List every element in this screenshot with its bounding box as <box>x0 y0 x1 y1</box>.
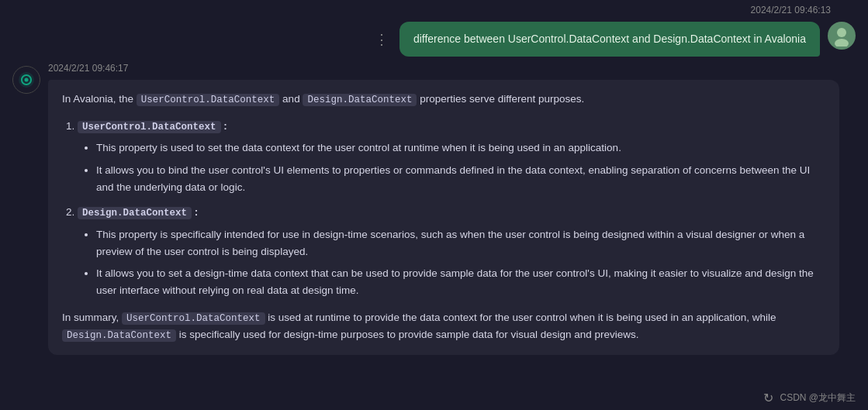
ai-message-row: 2024/2/21 09:46:17 In Avalonia, the User… <box>0 60 868 388</box>
intro-text-3: properties serve different purposes. <box>417 93 584 105</box>
list-item-1: UserControl.DataContext : This property … <box>78 118 825 196</box>
section1-bullet-1: This property is used to set the data co… <box>96 140 825 157</box>
list-item-2: Design.DataContext : This property is sp… <box>78 204 825 300</box>
section2-title: Design.DataContext : <box>78 204 825 222</box>
summary-text-2: is used at runtime to provide the data c… <box>265 312 776 323</box>
refresh-icon[interactable]: ↻ <box>763 391 773 405</box>
ai-avatar <box>12 66 40 94</box>
summary-text-1: In summary, <box>62 312 122 323</box>
section1-bullets: This property is used to set the data co… <box>78 140 825 196</box>
inline-code-usercontrol-2: UserControl.DataContext <box>122 312 265 325</box>
user-bubble: difference between UserControl.DataConte… <box>399 22 820 57</box>
user-timestamp: 2024/2/21 09:46:13 <box>0 0 868 16</box>
section2-bullet-1: This property is specifically intended f… <box>96 226 825 261</box>
section1-title: UserControl.DataContext : <box>78 118 825 136</box>
svg-point-3 <box>25 78 29 82</box>
summary-text-3: is specifically used for design-time pur… <box>176 329 639 340</box>
more-options-button[interactable]: ⋮ <box>372 25 392 54</box>
svg-point-0 <box>837 28 846 37</box>
section2-bullets: This property is specifically intended f… <box>78 226 825 300</box>
inline-code-design-1: Design.DataContext <box>303 94 417 106</box>
ai-timestamp: 2024/2/21 09:46:17 <box>48 63 839 74</box>
summary-paragraph: In summary, UserControl.DataContext is u… <box>62 309 825 344</box>
chat-container: 2024/2/21 09:46:13 ⋮ difference between … <box>0 0 868 410</box>
bottom-bar: ↻ CSDN @龙中舞主 <box>0 388 868 410</box>
section2-code: Design.DataContext <box>78 207 192 219</box>
watermark: CSDN @龙中舞主 <box>780 391 856 405</box>
section1-code: UserControl.DataContext <box>78 121 221 133</box>
ai-bubble: In Avalonia, the UserControl.DataContext… <box>48 80 839 355</box>
user-message-text: difference between UserControl.DataConte… <box>413 33 806 45</box>
intro-paragraph: In Avalonia, the UserControl.DataContext… <box>62 91 825 109</box>
inline-code-usercontrol-1: UserControl.DataContext <box>137 94 280 106</box>
section1-bullet-2: It allows you to bind the user control's… <box>96 162 825 197</box>
user-message-row: ⋮ difference between UserControl.DataCon… <box>0 16 868 60</box>
section2-bullet-2: It allows you to set a design-time data … <box>96 265 825 300</box>
intro-text-2: and <box>279 93 303 105</box>
intro-text-1: In Avalonia, the <box>62 93 137 105</box>
svg-point-1 <box>835 39 849 47</box>
ai-content: 2024/2/21 09:46:17 In Avalonia, the User… <box>48 63 839 355</box>
inline-code-design-2: Design.DataContext <box>62 329 176 342</box>
user-avatar <box>828 22 856 50</box>
main-list: UserControl.DataContext : This property … <box>62 118 825 300</box>
